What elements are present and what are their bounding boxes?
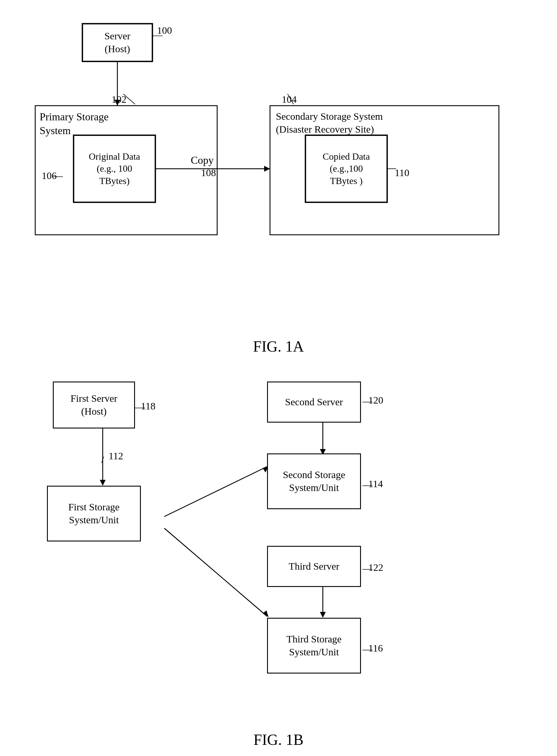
server-host-box: Server(Host) bbox=[82, 24, 153, 62]
copy-ref: 108 bbox=[201, 167, 216, 178]
svg-marker-13 bbox=[100, 480, 106, 486]
third-server-box: Third Server bbox=[267, 546, 361, 587]
third-storage-label: Third StorageSystem/Unit bbox=[287, 633, 342, 659]
third-storage-box: Third StorageSystem/Unit bbox=[267, 618, 361, 673]
second-server-box: Second Server bbox=[267, 381, 361, 423]
second-storage-box: Second StorageSystem/Unit bbox=[267, 454, 361, 509]
fig1a-label: FIG. 1A bbox=[24, 338, 533, 355]
original-data-box: Original Data(e.g., 100TBytes) bbox=[74, 135, 155, 203]
page: Server(Host) 100 — Primary StorageSystem… bbox=[0, 0, 557, 756]
third-server-label: Third Server bbox=[289, 560, 340, 573]
copied-data-box: Copied Data(e.g.,100TBytes ) bbox=[305, 135, 387, 203]
fig1a-diagram: Server(Host) 100 — Primary StorageSystem… bbox=[24, 18, 533, 364]
fig1b-diagram: First Server(Host) 118 — 112 / First Sto… bbox=[24, 376, 533, 751]
server-ref-line: — bbox=[153, 29, 163, 40]
first-storage-label: First StorageSystem/Unit bbox=[68, 501, 120, 526]
first-server-ref-dash: — bbox=[135, 402, 145, 413]
original-data-label: Original Data(e.g., 100TBytes) bbox=[89, 150, 140, 187]
first-storage-connection-ref: 112 bbox=[109, 450, 123, 462]
first-storage-box: First StorageSystem/Unit bbox=[47, 486, 141, 542]
server-host-label: Server(Host) bbox=[105, 30, 130, 55]
first-server-box: First Server(Host) bbox=[53, 381, 135, 429]
secondary-storage-label: Secondary Storage System(Disaster Recove… bbox=[276, 110, 408, 136]
copy-label: Copy bbox=[191, 154, 214, 166]
svg-line-14 bbox=[164, 467, 267, 517]
primary-storage-label: Primary StorageSystem bbox=[40, 110, 109, 138]
first-server-label: First Server(Host) bbox=[70, 392, 117, 418]
svg-marker-17 bbox=[263, 610, 268, 617]
svg-marker-21 bbox=[320, 612, 326, 618]
primary-storage-ref: 102 bbox=[112, 94, 126, 105]
svg-marker-6 bbox=[264, 166, 270, 172]
second-storage-label: Second StorageSystem/Unit bbox=[283, 468, 345, 494]
original-data-ref-dash: — bbox=[53, 170, 63, 181]
svg-line-16 bbox=[164, 528, 267, 616]
second-server-label: Second Server bbox=[285, 396, 343, 409]
copied-data-label: Copied Data(e.g.,100TBytes ) bbox=[323, 150, 370, 187]
copied-data-ref: 110 bbox=[395, 167, 409, 178]
secondary-storage-ref: 104 bbox=[282, 94, 297, 105]
fig1b-label: FIG. 1B bbox=[24, 731, 533, 748]
